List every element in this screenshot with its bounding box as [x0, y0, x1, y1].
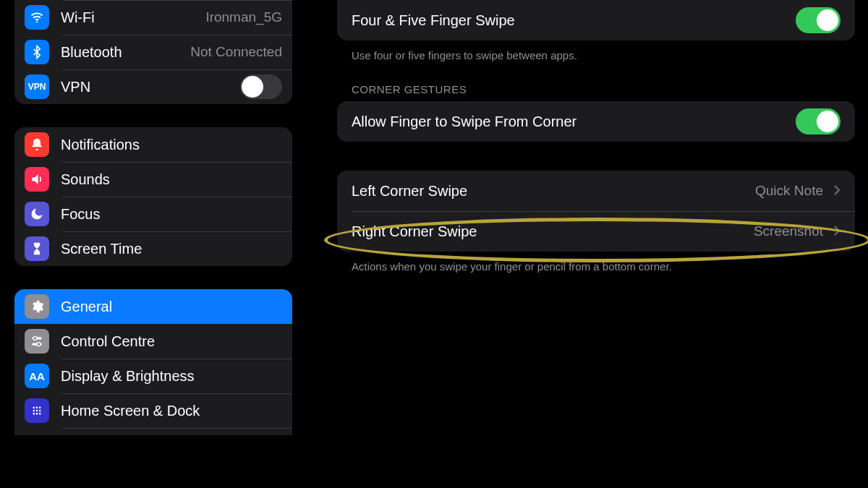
bluetooth-value: Not Connected: [190, 44, 282, 60]
sidebar-group-system: General Control Centre AA Display & Brig…: [14, 289, 292, 435]
chevron-right-icon: [833, 183, 841, 200]
gear-icon: [25, 294, 49, 319]
svg-point-5: [33, 407, 35, 409]
display-label: Display & Brightness: [61, 368, 282, 385]
sounds-label: Sounds: [61, 171, 282, 188]
text-size-icon: AA: [25, 364, 49, 388]
settings-app: Wi-Fi Ironman_5G Bluetooth Not Connected…: [0, 0, 868, 488]
sidebar-item-notifications[interactable]: Notifications: [14, 127, 292, 162]
group-corner-actions: Left Corner Swipe Quick Note Right Corne…: [337, 171, 855, 252]
left-corner-value: Quick Note: [755, 183, 823, 199]
svg-point-13: [39, 413, 41, 415]
bell-icon: [25, 132, 49, 157]
sidebar-item-wifi[interactable]: Wi-Fi Ironman_5G: [14, 0, 292, 35]
svg-point-4: [37, 343, 41, 346]
sidebar-group-alerts: Notifications Sounds Focus Screen Time: [14, 127, 292, 266]
right-corner-label: Right Corner Swipe: [352, 223, 744, 240]
row-left-corner-swipe[interactable]: Left Corner Swipe Quick Note: [337, 171, 855, 211]
allow-corner-label: Allow Finger to Swipe From Corner: [352, 114, 786, 130]
sidebar-item-bluetooth[interactable]: Bluetooth Not Connected: [14, 35, 292, 69]
sidebar-item-sounds[interactable]: Sounds: [14, 162, 292, 197]
sidebar-item-vpn[interactable]: VPN VPN: [14, 69, 292, 104]
left-corner-label: Left Corner Swipe: [352, 183, 745, 200]
notifications-label: Notifications: [61, 137, 282, 153]
svg-point-12: [36, 413, 38, 415]
svg-point-11: [33, 413, 35, 415]
sidebar-group-connectivity: Wi-Fi Ironman_5G Bluetooth Not Connected…: [14, 0, 292, 104]
settings-sidebar: Wi-Fi Ironman_5G Bluetooth Not Connected…: [0, 0, 302, 488]
chevron-right-icon: [833, 223, 841, 240]
sidebar-item-general[interactable]: General: [14, 289, 292, 324]
row-right-corner-swipe[interactable]: Right Corner Swipe Screenshot: [337, 211, 855, 252]
focus-label: Focus: [61, 206, 282, 223]
allow-corner-toggle[interactable]: [796, 108, 841, 134]
vpn-icon: VPN: [25, 74, 49, 99]
wifi-icon: [25, 5, 49, 30]
vpn-label: VPN: [61, 79, 229, 95]
screentime-label: Screen Time: [61, 241, 282, 257]
wifi-label: Wi-Fi: [61, 9, 194, 26]
settings-detail: Four & Five Finger Swipe Use four or fiv…: [302, 0, 868, 488]
svg-point-9: [36, 410, 38, 412]
svg-point-3: [33, 336, 37, 340]
sliders-icon: [25, 329, 49, 354]
svg-point-8: [33, 410, 35, 412]
sidebar-item-partial-bottom[interactable]: [14, 428, 292, 435]
bluetooth-icon: [25, 40, 49, 64]
bluetooth-label: Bluetooth: [61, 44, 179, 61]
four-finger-toggle[interactable]: [796, 7, 841, 33]
right-corner-value: Screenshot: [754, 223, 823, 239]
svg-point-6: [36, 407, 38, 409]
moon-icon: [25, 202, 49, 226]
sidebar-item-homescreen[interactable]: Home Screen & Dock: [14, 393, 292, 428]
svg-point-7: [39, 407, 41, 409]
controlcentre-label: Control Centre: [61, 333, 282, 350]
sidebar-item-controlcentre[interactable]: Control Centre: [14, 324, 292, 359]
homescreen-label: Home Screen & Dock: [61, 403, 282, 419]
sidebar-item-focus[interactable]: Focus: [14, 197, 292, 231]
group-allow-corner: Allow Finger to Swipe From Corner: [337, 101, 855, 142]
corner-footer: Actions when you swipe your finger or pe…: [337, 252, 855, 274]
corner-gestures-header: CORNER GESTURES: [337, 83, 855, 95]
hourglass-icon: [25, 236, 49, 261]
row-four-finger-swipe[interactable]: Four & Five Finger Swipe: [337, 0, 855, 40]
sidebar-item-screentime[interactable]: Screen Time: [14, 231, 292, 266]
general-label: General: [61, 299, 282, 315]
four-finger-footer: Use four or five fingers to swipe betwee…: [337, 40, 855, 63]
grid-icon: [25, 398, 49, 423]
vpn-toggle[interactable]: [240, 74, 282, 99]
row-allow-corner[interactable]: Allow Finger to Swipe From Corner: [337, 101, 855, 142]
group-multitouch: Four & Five Finger Swipe: [337, 0, 855, 40]
svg-point-10: [39, 410, 41, 412]
wifi-value: Ironman_5G: [205, 9, 282, 25]
four-finger-label: Four & Five Finger Swipe: [352, 12, 786, 29]
speaker-icon: [25, 167, 49, 192]
sidebar-item-display[interactable]: AA Display & Brightness: [14, 359, 292, 393]
svg-point-0: [36, 21, 38, 22]
